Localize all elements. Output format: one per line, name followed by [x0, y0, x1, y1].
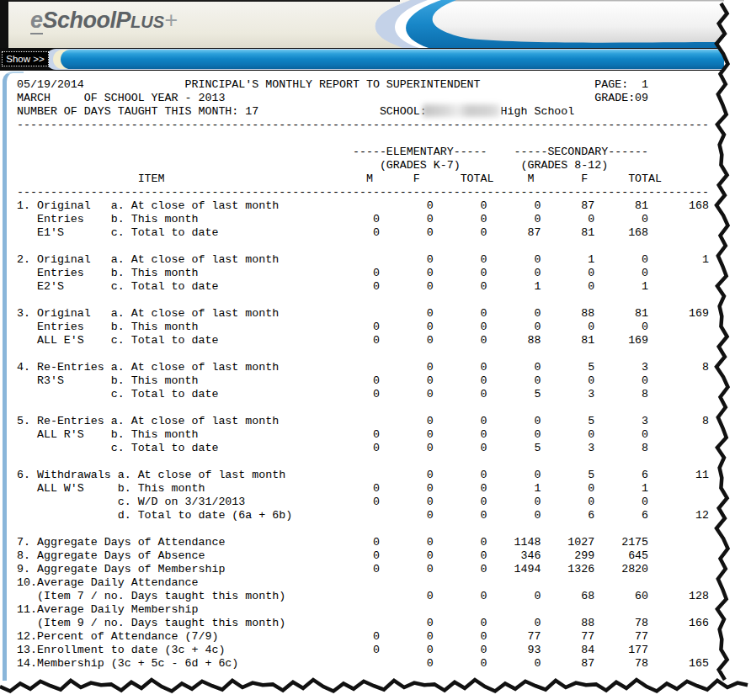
- report-page: 05/19/2014 PRINCIPAL'S MONTHLY REPORT TO…: [0, 71, 724, 681]
- report-line: [17, 132, 709, 146]
- report-line: [17, 347, 709, 361]
- report-line: ALL R'S b. This month 0 0 0 0 0 0: [17, 428, 709, 442]
- logo-word-lus: LUS: [130, 13, 164, 31]
- app-window: eSchoolPLUS+ Show >> 05/19/2014 PRINCIPA…: [0, 0, 751, 700]
- report-line: (Item 9 / no. Days taught this month) 0 …: [17, 617, 709, 630]
- logo-word-school: School: [43, 8, 116, 33]
- report-line: [17, 294, 709, 307]
- toolbar: Show >>: [0, 48, 724, 71]
- report-line: (Item 7 / no. Days taught this month) 0 …: [17, 590, 709, 603]
- report-line: Entries b. This month 0 0 0 0 0 0: [17, 321, 709, 334]
- report-line: 1. Original a. At close of last month 0 …: [17, 199, 709, 213]
- report-line: 10.Average Daily Attendance: [17, 576, 709, 590]
- report-line: 05/19/2014 PRINCIPAL'S MONTHLY REPORT TO…: [17, 78, 709, 92]
- report-line: NUMBER OF DAYS TAUGHT THIS MONTH: 17 SCH…: [17, 105, 709, 119]
- report-body: 05/19/2014 PRINCIPAL'S MONTHLY REPORT TO…: [17, 78, 709, 671]
- report-line: c. Total to date 0 0 0 5 3 8: [17, 388, 709, 401]
- report-line: 11.Average Daily Membership: [17, 603, 709, 617]
- report-line: d. Total to date (6a + 6b) 0 0 0 6 6 12: [17, 509, 709, 522]
- report-line: [17, 401, 709, 415]
- report-line: 12.Percent of Attendance (7/9) 0 0 0 77 …: [17, 630, 709, 644]
- report-line: (GRADES K-7) (GRADES 8-12): [17, 159, 709, 172]
- report-line: E2'S c. Total to date 0 0 0 1 0 1: [17, 280, 709, 294]
- report-line: 4. Re-Entries a. At close of last month …: [17, 361, 709, 374]
- show-button[interactable]: Show >>: [2, 51, 49, 66]
- report-line: 7. Aggregate Days of Attendance 0 0 0 11…: [17, 536, 709, 549]
- report-line: -----ELEMENTARY----- -----SECONDARY-----…: [17, 146, 709, 159]
- report-line: [17, 522, 709, 536]
- redacted-school-name: [423, 104, 500, 117]
- report-line: Entries b. This month 0 0 0 0 0 0: [17, 213, 709, 226]
- report-line: R3'S b. This month 0 0 0 0 0 0: [17, 374, 709, 388]
- report-line: 8. Aggregate Days of Absence 0 0 0 346 2…: [17, 549, 709, 563]
- report-line: ITEM M F TOTAL M F TOTAL: [17, 172, 709, 186]
- blue-title-bar: [61, 50, 724, 69]
- report-line: 3. Original a. At close of last month 0 …: [17, 307, 709, 321]
- report-line: ALL E'S c. Total to date 0 0 0 88 81 169: [17, 334, 709, 347]
- report-line: 5. Re-Entries a. At close of last month …: [17, 415, 709, 428]
- report-line: Entries b. This month 0 0 0 0 0 0: [17, 267, 709, 280]
- report-line: 13.Enrollment to date (3c + 4c) 0 0 0 93…: [17, 644, 709, 657]
- app-banner: eSchoolPLUS+: [8, 0, 724, 48]
- report-line: ALL W'S b. This month 0 0 0 1 0 1: [17, 482, 709, 496]
- app-logo: eSchoolPLUS+: [30, 8, 177, 34]
- report-line: [17, 455, 709, 469]
- report-line: 2. Original a. At close of last month 0 …: [17, 253, 709, 267]
- report-line: 14.Membership (3c + 5c - 6d + 6c) 0 0 0 …: [17, 657, 709, 671]
- report-line: ----------------------------------------…: [17, 186, 709, 199]
- logo-letter-p: P: [116, 8, 131, 33]
- report-line: MARCH OF SCHOOL YEAR - 2013 GRADE:09: [17, 92, 709, 105]
- logo-plus-sign: +: [164, 8, 177, 33]
- logo-letter-e: e: [30, 8, 43, 34]
- report-line: 9. Aggregate Days of Membership 0 0 0 14…: [17, 563, 709, 576]
- report-line: 6. Withdrawals a. At close of last month…: [17, 469, 709, 482]
- report-line: E1'S c. Total to date 0 0 0 87 81 168: [17, 226, 709, 240]
- report-line: c. W/D on 3/31/2013 0 0 0 0 0 0: [17, 496, 709, 509]
- report-line: ----------------------------------------…: [17, 119, 709, 132]
- report-line: [17, 240, 709, 253]
- report-line: c. Total to date 0 0 0 5 3 8: [17, 442, 709, 455]
